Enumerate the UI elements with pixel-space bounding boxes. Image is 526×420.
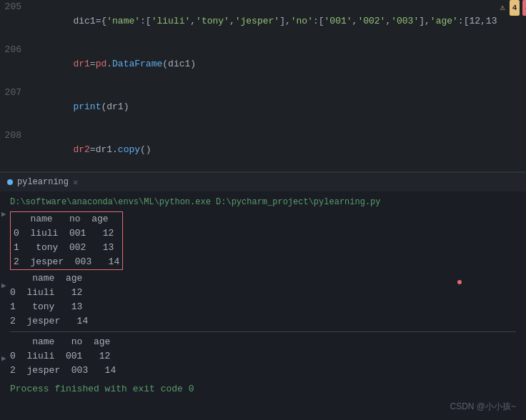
line-content: dr1=pd.DataFrame(dic1) <box>29 43 526 86</box>
side-indicators: ▶ ▶ ▶ <box>1 207 6 366</box>
terminal-tab-label: pylearning <box>17 177 69 187</box>
terminal-dot <box>7 179 13 185</box>
table1-header: name no age <box>14 212 119 226</box>
code-line-206: 206 dr1=pd.DataFrame(dic1) <box>0 43 526 86</box>
watermark: CSDN @小小孩~ <box>450 401 516 413</box>
line-number: 208 <box>0 129 29 143</box>
tab-close-button[interactable]: ✕ <box>73 177 78 188</box>
terminal-header: pylearning ✕ <box>0 171 526 191</box>
code-editor: 205 dic1={'name':['liuli','tony','jesper… <box>0 0 526 171</box>
line-number: 207 <box>0 86 29 100</box>
table1-row-0: 0 liuli 001 12 <box>14 226 119 241</box>
line-content: dr2=dr1.copy() <box>29 129 526 171</box>
warning-badge: 4 <box>510 0 520 16</box>
red-indicator <box>457 275 462 288</box>
table2-row-2: 2 jesper 14 <box>10 314 516 329</box>
table3-row-0: 0 liuli 001 12 <box>10 349 516 364</box>
line-content: dic1={'name':['liuli','tony','jesper'],'… <box>29 0 497 43</box>
table3-row-1: 2 jesper 003 14 <box>10 364 516 378</box>
line-content: print(dr1) <box>29 86 526 129</box>
code-line-208: 208 dr2=dr1.copy() <box>0 129 526 171</box>
table3-header: name no age <box>10 335 516 349</box>
code-line-205: 205 dic1={'name':['liuli','tony','jesper… <box>0 0 526 43</box>
divider <box>10 331 516 332</box>
process-status: Process finished with exit code 0 <box>10 384 516 394</box>
line-number: 205 <box>0 0 29 14</box>
output-table-3: name no age 0 liuli 001 12 2 jesper 003 … <box>10 335 516 378</box>
output-table-1: name no age 0 liuli 001 12 1 tony 002 13… <box>10 211 123 270</box>
terminal-tab[interactable]: pylearning ✕ <box>7 177 78 188</box>
table2-header: name age <box>10 271 516 286</box>
table2-row-1: 1 tony 13 <box>10 300 516 314</box>
terminal-command: D:\software\anaconda\envs\ML\python.exe … <box>10 196 516 209</box>
table2-row-0: 0 liuli 12 <box>10 286 516 300</box>
error-badge: 4 <box>522 0 526 16</box>
output-table-2: name age 0 liuli 12 1 tony 13 2 jesper 1… <box>10 271 516 329</box>
line-number: 206 <box>0 43 29 57</box>
table1-row-1: 1 tony 002 13 <box>14 241 119 255</box>
code-line-207: 207 print(dr1) <box>0 86 526 129</box>
table1-row-2: 2 jesper 003 14 <box>14 255 119 269</box>
terminal-area: D:\software\anaconda\envs\ML\python.exe … <box>0 191 526 420</box>
